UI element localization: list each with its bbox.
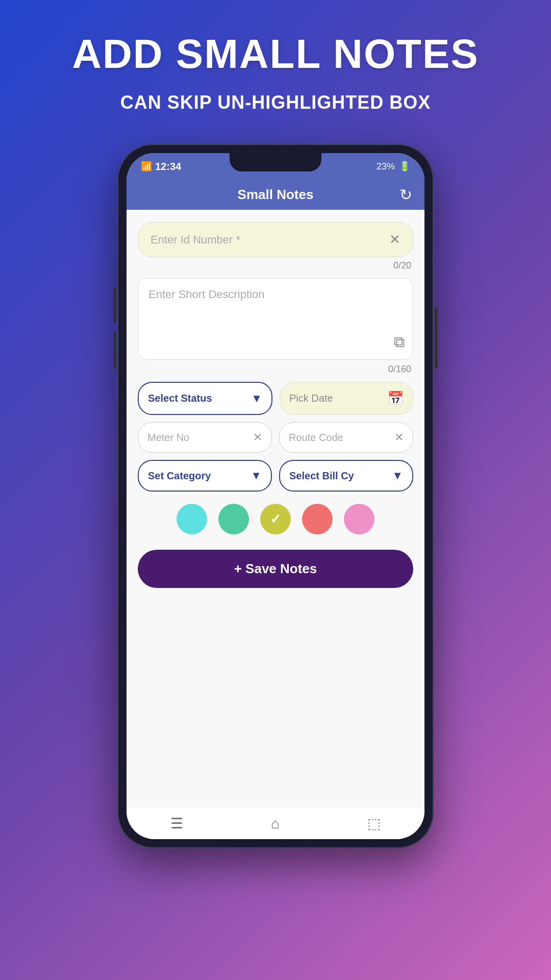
color-yellow[interactable] <box>260 504 291 534</box>
battery-percentage: 23% <box>377 161 395 172</box>
id-clear-icon[interactable]: ✕ <box>389 232 400 248</box>
set-category-dropdown[interactable]: Set Category ▼ <box>138 460 272 492</box>
set-category-arrow-icon: ▼ <box>251 469 262 482</box>
copy-icon[interactable]: ⧉ <box>394 333 405 351</box>
app-content: Enter Id Number * ✕ 0/20 Enter Short Des… <box>127 210 424 807</box>
refresh-button[interactable]: ↻ <box>399 186 412 204</box>
page-title: ADD SMALL NOTES <box>72 31 479 78</box>
calendar-icon: 📅 <box>387 390 404 406</box>
status-time: 12:34 <box>155 161 181 173</box>
status-date-row: Select Status ▼ Pick Date 📅 <box>138 382 413 415</box>
color-selector <box>138 499 413 540</box>
category-billcy-row: Set Category ▼ Select Bill Cy ▼ <box>138 460 413 492</box>
battery-icon: 🔋 <box>399 161 410 172</box>
id-number-input[interactable]: Enter Id Number * ✕ <box>138 222 413 257</box>
status-left: 📶 12:34 <box>141 161 181 173</box>
status-right: 23% 🔋 <box>377 161 410 172</box>
route-code-clear-icon[interactable]: ✕ <box>394 431 404 444</box>
meter-no-clear-icon[interactable]: ✕ <box>253 431 262 444</box>
pick-date-label: Pick Date <box>289 393 333 404</box>
pick-date-field[interactable]: Pick Date 📅 <box>280 382 413 415</box>
description-textarea[interactable]: Enter Short Description ⧉ <box>138 278 413 360</box>
select-bill-cy-arrow-icon: ▼ <box>392 469 403 482</box>
color-salmon[interactable] <box>302 504 333 534</box>
signal-icon: 📶 <box>141 161 152 172</box>
select-status-dropdown[interactable]: Select Status ▼ <box>138 382 272 415</box>
volume-down-button[interactable] <box>113 333 116 369</box>
home-nav-icon[interactable]: ⌂ <box>271 816 280 832</box>
id-char-count: 0/20 <box>138 260 413 271</box>
select-status-label: Select Status <box>148 393 212 404</box>
menu-nav-icon[interactable]: ☰ <box>170 815 183 832</box>
route-code-placeholder: Route Code <box>289 432 343 444</box>
id-number-placeholder: Enter Id Number * <box>151 233 240 247</box>
select-bill-cy-dropdown[interactable]: Select Bill Cy ▼ <box>279 460 413 492</box>
power-button[interactable] <box>435 307 438 369</box>
bottom-navigation: ☰ ⌂ ⬚ <box>127 807 424 839</box>
volume-up-button[interactable] <box>113 287 116 323</box>
meter-no-placeholder: Meter No <box>147 432 189 444</box>
page-subtitle: CAN SKIP UN-HIGHLIGHTED BOX <box>120 92 431 113</box>
meter-route-row: Meter No ✕ Route Code ✕ <box>138 422 413 453</box>
color-pink[interactable] <box>344 504 374 534</box>
app-header-title: Small Notes <box>238 187 314 203</box>
save-notes-button[interactable]: + Save Notes <box>138 550 413 588</box>
route-code-input[interactable]: Route Code ✕ <box>279 422 413 453</box>
select-bill-cy-label: Select Bill Cy <box>289 470 354 482</box>
phone-screen: 📶 12:34 23% 🔋 Small Notes ↻ Enter Id Num… <box>127 153 424 839</box>
select-status-arrow-icon: ▼ <box>251 392 262 405</box>
color-teal[interactable] <box>218 504 249 534</box>
set-category-label: Set Category <box>148 470 211 482</box>
description-char-count: 0/160 <box>138 364 413 375</box>
back-nav-icon[interactable]: ⬚ <box>367 815 381 832</box>
app-header: Small Notes ↻ <box>127 180 424 210</box>
description-placeholder: Enter Short Description <box>148 288 264 301</box>
meter-no-input[interactable]: Meter No ✕ <box>138 422 272 453</box>
phone-frame: 📶 12:34 23% 🔋 Small Notes ↻ Enter Id Num… <box>117 144 434 848</box>
notch <box>230 153 321 172</box>
color-cyan[interactable] <box>177 504 207 534</box>
